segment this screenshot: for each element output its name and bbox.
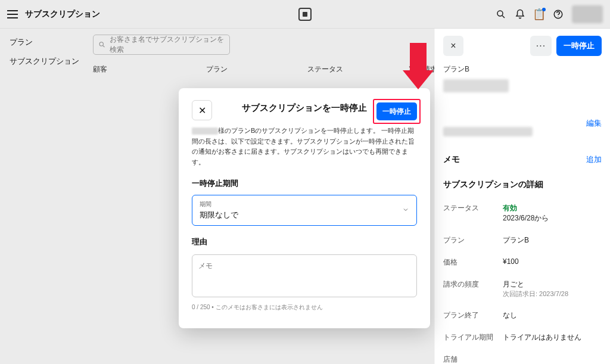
panel-plan-label: プランB	[443, 64, 602, 74]
detail-row-price: 価格¥100	[443, 251, 602, 273]
svg-point-4	[99, 42, 103, 46]
detail-panel: × ··· 一時停止 プランB 編集 メモ 追加 サブスクリプションの詳細 ステ…	[434, 29, 610, 364]
edit-link[interactable]: 編集	[586, 118, 602, 129]
search-icon	[98, 41, 106, 49]
memo-counter: 0 / 250 • このメモはお客さまには表示されません	[192, 303, 417, 312]
search-placeholder: お客さま名でサブスクリプションを検索	[110, 35, 225, 55]
topbar: サブスクリプション 📋	[0, 0, 610, 29]
svg-point-3	[558, 16, 558, 17]
panel-close-button[interactable]: ×	[443, 36, 463, 56]
svg-line-1	[502, 15, 505, 18]
detail-row-freq: 請求の頻度月ごと次回請求日: 2023/7/28	[443, 273, 602, 304]
search-icon[interactable]	[496, 9, 506, 20]
square-logo-icon	[298, 8, 312, 21]
detail-row-end: プラン終了なし	[443, 304, 602, 326]
left-nav: プラン サブスクリプション	[0, 29, 89, 364]
modal-pause-button[interactable]: 一時停止	[376, 102, 417, 120]
detail-heading: サブスクリプションの詳細	[443, 179, 602, 190]
leftnav-item-plan[interactable]: プラン	[10, 37, 80, 48]
detail-row-trial: トライアル期間トライアルはありません	[443, 326, 602, 349]
modal-close-button[interactable]: ✕	[192, 100, 212, 120]
svg-point-0	[497, 11, 503, 16]
reason-textarea[interactable]	[192, 254, 417, 297]
period-select-value: 期限なしで	[200, 210, 409, 220]
period-label: 一時停止期間	[192, 178, 417, 189]
modal-description: 様のプランBのサブスクリプションを一時停止します。 一時停止期間の長さは、以下で…	[192, 126, 417, 167]
detail-row-plan: プランプランB	[443, 229, 602, 251]
leftnav-item-subscription[interactable]: サブスクリプション	[10, 56, 80, 67]
detail-row-store: 店舗	[443, 349, 602, 364]
th-status: ステータス	[307, 64, 409, 74]
note-redacted	[443, 127, 533, 136]
hamburger-icon[interactable]	[7, 10, 18, 18]
more-button[interactable]: ···	[530, 36, 552, 56]
add-link[interactable]: 追加	[586, 154, 602, 165]
annotation-highlight: 一時停止	[373, 99, 421, 124]
page-title: サブスクリプション	[25, 9, 100, 20]
account-avatar[interactable]	[572, 5, 603, 23]
panel-pause-button[interactable]: 一時停止	[556, 36, 602, 56]
period-select[interactable]: 期間 期限なしで	[192, 195, 417, 226]
help-icon[interactable]	[553, 9, 564, 20]
pause-modal: ✕ サブスクリプションを一時停止 一時停止 様のプランBのサブスクリプションを一…	[179, 88, 430, 328]
memo-label: メモ	[443, 154, 460, 165]
detail-row-status: ステータス 有効2023/6/28から	[443, 197, 602, 229]
clipboard-icon[interactable]: 📋	[534, 9, 544, 20]
th-customer: 顧客	[93, 64, 206, 74]
customer-name-redacted	[443, 79, 509, 92]
svg-line-5	[103, 46, 105, 48]
bell-icon[interactable]	[515, 9, 525, 20]
reason-label: 理由	[192, 237, 417, 247]
th-plan: プラン	[206, 64, 307, 74]
search-input[interactable]: お客さま名でサブスクリプションを検索	[93, 35, 230, 55]
annotation-arrow-icon	[403, 43, 434, 92]
period-select-label: 期間	[200, 200, 409, 209]
chevron-down-icon	[402, 205, 409, 216]
